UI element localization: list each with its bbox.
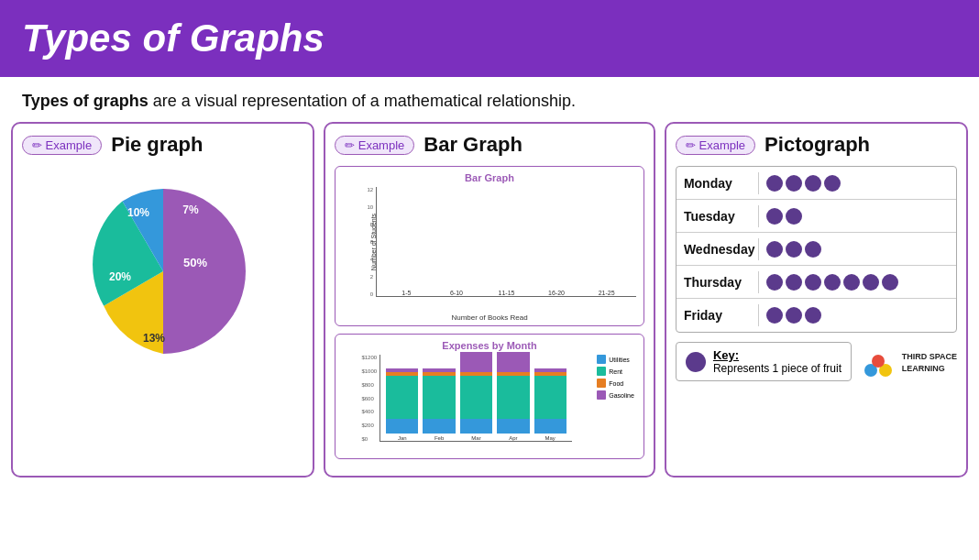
picto-panel-header: ✏ Example Pictograph: [676, 133, 957, 157]
header: Types of Graphs: [0, 0, 979, 77]
picto-dot: [843, 274, 860, 291]
seg-utilities-3: [460, 419, 492, 434]
logo-icon: [860, 345, 896, 381]
y-tick-6: 6: [367, 239, 375, 245]
sy-tick-1000: $1000: [361, 368, 379, 374]
pie-chart-svg: 50% 13% 20% 10% 7%: [58, 175, 269, 368]
pie-label-10: 10%: [127, 206, 149, 219]
stacked-bar-2: Feb: [423, 368, 455, 441]
page-title: Types of Graphs: [22, 16, 957, 60]
bar-chart-title: Bar Graph: [343, 172, 636, 183]
pie-label-7: 7%: [182, 203, 199, 216]
seg-utilities-2: [423, 419, 455, 434]
stacked-x-3: Mar: [471, 435, 480, 441]
picto-day-wednesday: Wednesday: [676, 238, 759, 260]
sy-tick-1200: $1200: [361, 355, 379, 360]
picto-dot: [786, 274, 802, 291]
legend-utilities-label: Utilities: [609, 357, 630, 363]
bar-bars-area: 1-5 6-10 11-15 16-20: [376, 187, 636, 297]
stacked-bar-3: Mar: [460, 352, 492, 441]
pie-panel-title: Pie graph: [111, 133, 203, 157]
picto-dot: [824, 274, 841, 291]
stacked-x-5: May: [545, 435, 556, 441]
stacked-chart-box: Expenses by Month $0 $200 $400 $600 $800…: [335, 334, 644, 459]
picto-row-tuesday: Tuesday: [676, 200, 956, 233]
pie-label-13: 13%: [143, 332, 165, 345]
seg-utilities-5: [534, 419, 566, 434]
seg-rent-4: [497, 376, 529, 419]
picto-panel: ✏ Example Pictograph Monday Tuesday: [665, 122, 968, 478]
picto-day-tuesday: Tuesday: [676, 205, 759, 227]
stacked-x-1: Jan: [398, 435, 407, 441]
legend-food-swatch: [597, 379, 606, 388]
y-tick-8: 8: [367, 222, 375, 227]
picto-row-wednesday: Wednesday: [676, 233, 956, 266]
stacked-bar-1: Jan: [386, 368, 418, 441]
bar-example-badge: ✏ Example: [335, 136, 414, 155]
picto-dots-thursday: [759, 270, 906, 294]
bar-item-4: 16-20: [534, 288, 579, 296]
bar-panel-title: Bar Graph: [424, 133, 522, 157]
stacked-x-2: Feb: [434, 435, 444, 441]
stacked-bar-5: May: [534, 368, 566, 441]
legend-gasoline-label: Gasoline: [609, 392, 634, 399]
legend-rent: Rent: [597, 367, 634, 376]
subtitle-bar: Types of graphs are a visual representat…: [0, 77, 979, 122]
svg-point-2: [872, 355, 885, 368]
subtitle-rest: are a visual representation of a mathema…: [148, 92, 576, 110]
picto-dot: [766, 274, 783, 291]
sy-tick-600: $600: [361, 396, 379, 401]
picto-dots-friday: [759, 303, 829, 327]
seg-gas-4: [497, 352, 529, 372]
picto-dot: [786, 307, 802, 324]
picto-dot: [766, 307, 783, 324]
picto-bottom: Key: Represents 1 piece of fruit THIRD S…: [676, 342, 957, 381]
pie-slice-50: [163, 189, 246, 354]
key-box: Key: Represents 1 piece of fruit: [676, 342, 852, 381]
bar-item-1: 1-5: [384, 288, 429, 296]
logo-line1: THIRD SPACE: [902, 351, 957, 363]
picto-row-thursday: Thursday: [676, 266, 956, 299]
logo-area: THIRD SPACE LEARNING: [860, 345, 957, 381]
y-tick-2: 2: [367, 274, 375, 280]
legend-utilities: Utilities: [597, 355, 634, 364]
logo-text: THIRD SPACE LEARNING: [902, 351, 957, 374]
seg-rent-1: [386, 376, 418, 420]
bar-item-3: 11-15: [484, 288, 529, 296]
stacked-bar-4: Apr: [497, 352, 529, 441]
y-tick-10: 10: [367, 204, 375, 210]
stacked-bar-1-stack: [386, 368, 418, 434]
stacked-legend: Utilities Rent Food Gasoline: [597, 355, 634, 400]
sy-tick-400: $400: [361, 409, 379, 414]
picto-dots-monday: [759, 171, 848, 195]
stacked-bar-2-stack: [423, 368, 455, 434]
picto-row-friday: Friday: [676, 299, 956, 332]
picto-dot: [766, 241, 783, 258]
y-tick-4: 4: [367, 257, 375, 262]
key-label: Key:: [713, 348, 842, 362]
pie-example-badge: ✏ Example: [22, 136, 102, 155]
bar-item-5: 21-25: [584, 288, 629, 296]
legend-gasoline: Gasoline: [597, 390, 634, 400]
bar-panel-header: ✏ Example Bar Graph: [335, 133, 644, 157]
picto-dot: [786, 241, 802, 258]
pie-panel: ✏ Example Pie graph 50% 13% 20%: [11, 122, 314, 478]
pie-chart-container: 50% 13% 20% 10% 7%: [22, 166, 303, 377]
pie-label-50: 50%: [183, 256, 207, 269]
picto-dot: [766, 208, 783, 225]
picto-dot: [805, 241, 821, 258]
seg-rent-2: [423, 376, 455, 420]
legend-food: Food: [597, 379, 634, 388]
bar-label-3: 11-15: [499, 290, 515, 296]
legend-rent-label: Rent: [609, 368, 622, 375]
main-content: ✏ Example Pie graph 50% 13% 20%: [0, 122, 979, 489]
picto-dot: [766, 175, 783, 192]
stacked-x-4: Apr: [509, 435, 517, 441]
picto-dot: [805, 307, 821, 324]
subtitle-bold: Types of graphs: [22, 92, 148, 110]
bar-label-4: 16-20: [548, 290, 565, 296]
sy-tick-0: $0: [361, 436, 379, 442]
key-text: Key: Represents 1 piece of fruit: [713, 348, 842, 375]
stacked-bar-3-stack: [460, 352, 492, 434]
pie-label-20: 20%: [109, 270, 131, 283]
